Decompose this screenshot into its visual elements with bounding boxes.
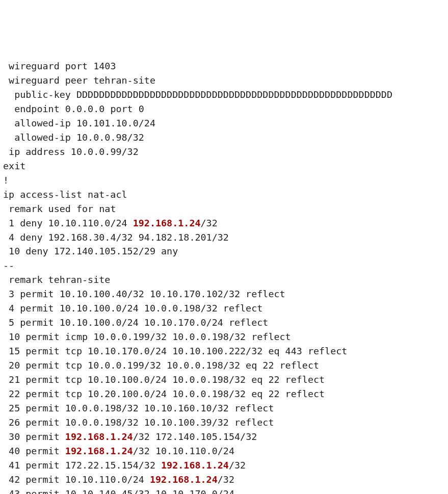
text-segment: 30 permit bbox=[9, 431, 65, 442]
text-segment: /32 bbox=[218, 474, 234, 485]
text-segment: endpoint 0.0.0.0 port 0 bbox=[14, 103, 144, 114]
config-line: wireguard peer tehran-site bbox=[3, 73, 448, 88]
text-segment: ! bbox=[3, 175, 9, 186]
text-segment: 43 permit 10.10.140.45/32 10.10.170.0/24 bbox=[9, 488, 234, 494]
config-line: 1 deny 10.10.110.0/24 192.168.1.24/32 bbox=[3, 216, 448, 230]
config-line: wireguard port 1403 bbox=[3, 59, 448, 73]
text-segment: exit bbox=[3, 161, 25, 171]
text-segment: remark tehran-site bbox=[9, 274, 110, 285]
config-line: 5 permit 10.10.100.0/24 10.10.170.0/24 r… bbox=[3, 316, 448, 330]
config-line: 40 permit 192.168.1.24/32 10.10.110.0/24 bbox=[3, 444, 448, 458]
config-line: public-key DDDDDDDDDDDDDDDDDDDDDDDDDDDDD… bbox=[3, 88, 448, 102]
text-segment: ip access-list nat-acl bbox=[3, 189, 127, 200]
text-segment: /32 bbox=[201, 218, 218, 228]
text-segment: 20 permit tcp 10.0.0.199/32 10.0.0.198/3… bbox=[9, 360, 319, 371]
config-line: ! bbox=[3, 173, 448, 188]
config-line: 4 deny 192.168.30.4/32 94.182.18.201/32 bbox=[3, 230, 448, 245]
config-line: 21 permit tcp 10.10.100.0/24 10.0.0.198/… bbox=[3, 373, 448, 387]
config-line: remark tehran-site bbox=[3, 273, 448, 287]
text-segment: 4 deny 192.168.30.4/32 94.182.18.201/32 bbox=[9, 232, 229, 243]
text-segment: 15 permit tcp 10.10.170.0/24 10.10.100.2… bbox=[9, 346, 347, 356]
config-line: -- bbox=[3, 258, 448, 273]
config-line: 42 permit 10.10.110.0/24 192.168.1.24/32 bbox=[3, 473, 448, 487]
text-segment: 1 deny 10.10.110.0/24 bbox=[9, 218, 133, 228]
config-line: 10 deny 172.140.105.152/29 any bbox=[3, 244, 448, 258]
config-line: 26 permit 10.0.0.198/32 10.10.100.39/32 … bbox=[3, 415, 448, 430]
config-line: 41 permit 172.22.15.154/32 192.168.1.24/… bbox=[3, 458, 448, 473]
text-segment: 4 permit 10.10.100.0/24 10.0.0.198/32 re… bbox=[9, 303, 262, 314]
text-segment: wireguard peer tehran-site bbox=[9, 75, 155, 86]
config-line: endpoint 0.0.0.0 port 0 bbox=[3, 102, 448, 116]
config-line: remark used for nat bbox=[3, 202, 448, 216]
text-segment: ip address 10.0.0.99/32 bbox=[9, 146, 139, 157]
text-segment: /32 bbox=[229, 460, 246, 471]
text-segment: allowed-ip 10.101.10.0/24 bbox=[14, 118, 155, 128]
config-line: 22 permit tcp 10.20.100.0/24 10.0.0.198/… bbox=[3, 387, 448, 401]
config-line: allowed-ip 10.101.10.0/24 bbox=[3, 116, 448, 131]
text-segment: allowed-ip 10.0.0.98/32 bbox=[14, 132, 144, 143]
config-line: 10 permit icmp 10.0.0.199/32 10.0.0.198/… bbox=[3, 330, 448, 344]
text-segment: 41 permit 172.22.15.154/32 bbox=[9, 460, 161, 471]
config-line: ip address 10.0.0.99/32 bbox=[3, 145, 448, 159]
config-line: 20 permit tcp 10.0.0.199/32 10.0.0.198/3… bbox=[3, 358, 448, 373]
config-line: 43 permit 10.10.140.45/32 10.10.170.0/24 bbox=[3, 487, 448, 494]
text-segment: 25 permit 10.0.0.198/32 10.10.160.10/32 … bbox=[9, 403, 274, 413]
text-segment: 26 permit 10.0.0.198/32 10.10.100.39/32 … bbox=[9, 417, 274, 428]
config-line: 30 permit 192.168.1.24/32 172.140.105.15… bbox=[3, 430, 448, 444]
text-segment: 3 permit 10.10.100.40/32 10.10.170.102/3… bbox=[9, 289, 285, 299]
text-segment: 42 permit 10.10.110.0/24 bbox=[9, 474, 150, 485]
config-line: allowed-ip 10.0.0.98/32 bbox=[3, 131, 448, 145]
text-segment: 10 permit icmp 10.0.0.199/32 10.0.0.198/… bbox=[9, 331, 291, 342]
highlighted-ip: 192.168.1.24 bbox=[150, 474, 218, 485]
text-segment: public-key DDDDDDDDDDDDDDDDDDDDDDDDDDDDD… bbox=[14, 89, 392, 100]
text-segment: wireguard port 1403 bbox=[9, 61, 116, 71]
config-line: ip access-list nat-acl bbox=[3, 188, 448, 202]
text-segment: remark used for nat bbox=[9, 203, 116, 214]
text-segment: 22 permit tcp 10.20.100.0/24 10.0.0.198/… bbox=[9, 388, 325, 399]
text-segment: 21 permit tcp 10.10.100.0/24 10.0.0.198/… bbox=[9, 374, 325, 385]
text-segment: 10 deny 172.140.105.152/29 any bbox=[9, 246, 178, 256]
text-segment: 5 permit 10.10.100.0/24 10.10.170.0/24 r… bbox=[9, 317, 268, 328]
config-line: 15 permit tcp 10.10.170.0/24 10.10.100.2… bbox=[3, 344, 448, 358]
text-segment: -- bbox=[3, 260, 14, 271]
config-line: 4 permit 10.10.100.0/24 10.0.0.198/32 re… bbox=[3, 301, 448, 316]
highlighted-ip: 192.168.1.24 bbox=[65, 446, 133, 456]
text-segment: 40 permit bbox=[9, 446, 65, 456]
config-line: 3 permit 10.10.100.40/32 10.10.170.102/3… bbox=[3, 287, 448, 301]
text-segment: /32 10.10.110.0/24 bbox=[133, 446, 234, 456]
config-line: 25 permit 10.0.0.198/32 10.10.160.10/32 … bbox=[3, 401, 448, 415]
highlighted-ip: 192.168.1.24 bbox=[133, 218, 201, 228]
config-line: exit bbox=[3, 159, 448, 173]
text-segment: /32 172.140.105.154/32 bbox=[133, 431, 257, 442]
highlighted-ip: 192.168.1.24 bbox=[161, 460, 229, 471]
terminal-output: wireguard port 1403 wireguard peer tehra… bbox=[3, 59, 448, 494]
highlighted-ip: 192.168.1.24 bbox=[65, 431, 133, 442]
